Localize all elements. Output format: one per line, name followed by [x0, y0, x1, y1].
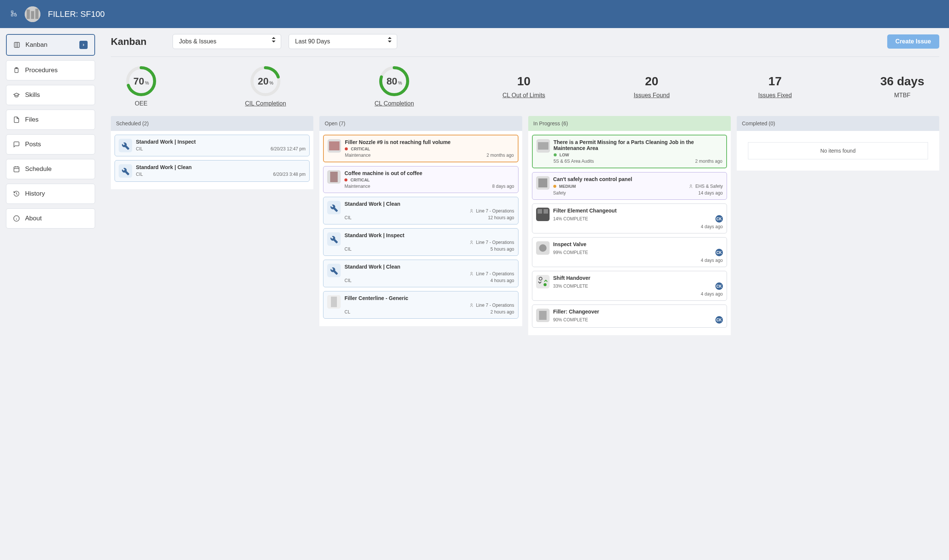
metrics-row: 70% OEE 20% CIL Completion 80% CL Comple… [111, 57, 939, 116]
kanban-card[interactable]: Standard Work | Clean CIL 6/20/23 3:48 p… [114, 160, 310, 182]
sidebar-item-files[interactable]: Files [6, 109, 95, 130]
wrench-icon [327, 201, 341, 214]
metric-cl: 80% CL Completion [375, 66, 414, 107]
sidebar-item-procedures[interactable]: Procedures [6, 60, 95, 80]
content-header: Kanban Jobs & Issues Last 90 Days Create… [111, 34, 939, 57]
svg-point-29 [471, 209, 472, 211]
card-category: Maintenance [345, 152, 370, 158]
card-priority: LOW [560, 152, 569, 157]
card-thumbnail [537, 139, 550, 152]
app-header: FILLER: SF100 [0, 0, 949, 28]
card-priority: MEDIUM [559, 184, 576, 189]
card-team: Line 7 - Operations [476, 271, 514, 277]
kanban-card[interactable]: Filler Centerline - Generic Line 7 - Ope… [323, 291, 518, 319]
metric-outoflimits: 10 CL Out of Limits [502, 74, 545, 99]
kanban-card[interactable]: There is a Permit Missing for a Parts Cl… [532, 135, 727, 168]
sidebar-item-kanban[interactable]: Kanban [6, 34, 95, 56]
svg-rect-42 [543, 209, 548, 214]
card-team: Line 7 - Operations [476, 240, 514, 245]
kanban-card[interactable]: Standard Work | Clean Line 7 - Operation… [323, 260, 518, 287]
history-icon [13, 191, 20, 197]
kanban-card[interactable]: Shift Handover 33% COMPLETE CK 4 days ag… [532, 271, 727, 301]
priority-dot [554, 153, 557, 156]
team-icon [470, 303, 474, 308]
card-team: Line 7 - Operations [476, 208, 514, 214]
sidebar-item-label: Skills [25, 91, 40, 99]
card-progress: 33% COMPLETE [553, 283, 588, 289]
team-icon [470, 240, 474, 245]
svg-rect-26 [329, 142, 339, 151]
card-priority: CRITICAL [350, 178, 369, 182]
kanban-card[interactable]: Inspect Valve 99% COMPLETE CK 4 days ago [532, 237, 727, 267]
kanban-card[interactable]: Filler Nozzle #9 is not reaching full vo… [323, 135, 518, 162]
svg-rect-48 [539, 311, 546, 320]
avatar[interactable] [25, 6, 40, 22]
kanban-card[interactable]: Standard Work | Clean Line 7 - Operation… [323, 197, 518, 225]
kanban-column-open: Open (7) Filler Nozzle #9 is not reachin… [319, 116, 522, 335]
card-title: Shift Handover [553, 275, 723, 281]
svg-rect-6 [35, 9, 38, 19]
card-time: 2 months ago [695, 158, 722, 164]
kanban-card[interactable]: Filler: Changeover 90% COMPLETE CK [532, 305, 727, 328]
priority-dot [344, 178, 347, 182]
card-category: Safety [553, 191, 566, 195]
svg-rect-2 [11, 14, 13, 16]
svg-rect-38 [539, 178, 547, 188]
card-time: 6/20/23 12:47 pm [271, 146, 306, 151]
card-team: Line 7 - Operations [476, 303, 514, 308]
kanban-card[interactable]: Filter Element Changeout 14% COMPLETE CK… [532, 203, 727, 234]
metric-label[interactable]: CL Completion [375, 100, 414, 107]
svg-rect-7 [14, 42, 20, 48]
card-time: 4 days ago [701, 224, 723, 229]
card-time: 14 days ago [698, 191, 722, 195]
sidebar-item-skills[interactable]: Skills [6, 85, 95, 105]
chevron-right-icon [79, 41, 88, 49]
card-progress: 90% COMPLETE [553, 317, 588, 323]
card-category: CIL [344, 215, 352, 220]
card-title: Standard Work | Clean [344, 201, 514, 207]
metric-oee: 70% OEE [126, 66, 156, 107]
card-category: CIL [344, 246, 352, 252]
main-content: Kanban Jobs & Issues Last 90 Days Create… [101, 28, 949, 341]
svg-point-39 [690, 185, 692, 186]
cl-gauge: 80% [379, 66, 410, 97]
metric-label[interactable]: Issues Fixed [758, 92, 792, 99]
kanban-board: Scheduled (2) Standard Work | Inspect CI… [111, 116, 939, 335]
kanban-card[interactable]: Standard Work | Inspect Line 7 - Operati… [323, 228, 518, 256]
metric-label[interactable]: CIL Completion [245, 100, 286, 107]
svg-rect-1 [15, 14, 17, 16]
oee-gauge: 70% [126, 66, 156, 97]
sidebar-item-about[interactable]: About [6, 208, 95, 229]
card-thumbnail [536, 176, 549, 190]
create-issue-button[interactable]: Create Issue [887, 34, 939, 49]
card-title: Can't safely reach control panel [553, 176, 723, 182]
sidebar-item-label: Files [25, 116, 39, 123]
card-category: CIL [344, 278, 352, 283]
card-title: Standard Work | Clean [136, 164, 306, 170]
sidebar-item-posts[interactable]: Posts [6, 134, 95, 154]
kanban-card[interactable]: Standard Work | Inspect CIL 6/20/23 12:4… [114, 135, 310, 156]
card-category: Maintenance [344, 184, 370, 189]
kanban-card[interactable]: Coffee machine is out of coffee CRITICAL… [323, 166, 518, 193]
kanban-icon [14, 42, 20, 48]
svg-point-44 [539, 244, 546, 252]
card-title: Filler Centerline - Generic [344, 295, 514, 301]
sidebar-item-label: Schedule [25, 165, 52, 173]
metric-label[interactable]: CL Out of Limits [502, 92, 545, 99]
kanban-card[interactable]: Can't safely reach control panel MEDIUM … [532, 172, 727, 200]
card-thumbnail [327, 139, 341, 152]
card-thumbnail [536, 241, 549, 255]
filter-date-select[interactable]: Last 90 Days [289, 34, 397, 49]
metric-label[interactable]: Issues Found [634, 92, 670, 99]
column-header: In Progress (6) [528, 116, 731, 131]
filter-jobs-select[interactable]: Jobs & Issues [173, 34, 281, 49]
sidebar-item-schedule[interactable]: Schedule [6, 159, 95, 179]
tree-icon[interactable] [11, 10, 17, 18]
metric-cil: 20% CIL Completion [245, 66, 286, 107]
card-title: Coffee machine is out of coffee [344, 170, 514, 176]
sidebar-item-history[interactable]: History [6, 184, 95, 204]
card-time: 2 months ago [487, 152, 514, 158]
svg-point-31 [471, 272, 472, 274]
card-time: 12 hours ago [488, 215, 514, 220]
content-title: Kanban [111, 36, 147, 48]
